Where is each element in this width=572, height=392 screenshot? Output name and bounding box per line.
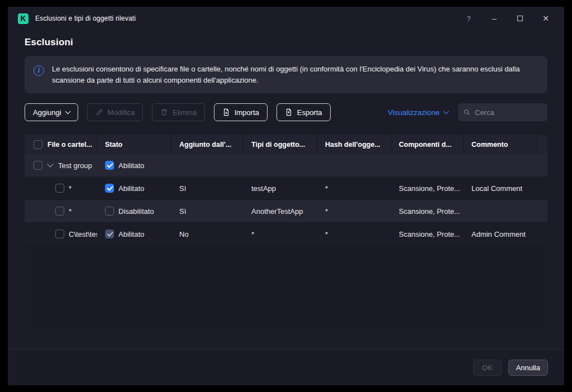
row-checkbox[interactable] bbox=[55, 230, 64, 238]
empty-cell bbox=[537, 154, 547, 176]
file-cell: C\test\tes... bbox=[25, 223, 97, 245]
added-by-cell: No bbox=[171, 223, 244, 245]
maximize-icon bbox=[517, 16, 523, 21]
info-banner: i Le esclusioni consentono di specificar… bbox=[25, 56, 547, 93]
cell-value: * bbox=[325, 230, 328, 238]
column-header-hash[interactable]: Hash dell'ogge... bbox=[317, 135, 391, 154]
window-title: Esclusioni e tipi di oggetti rilevati bbox=[35, 15, 136, 22]
minimize-button[interactable]: – bbox=[482, 9, 507, 27]
column-header-file[interactable]: File o cartel... bbox=[25, 135, 97, 154]
file-cell: * bbox=[25, 200, 97, 222]
view-dropdown[interactable]: Visualizzazione bbox=[388, 108, 448, 117]
export-icon bbox=[285, 108, 293, 116]
select-all-checkbox[interactable] bbox=[34, 140, 42, 149]
status-cell: Disabilitato bbox=[97, 200, 171, 222]
add-button[interactable]: Aggiungi bbox=[25, 103, 78, 121]
table-header: File o cartel... Stato Aggiunto dall'...… bbox=[25, 135, 547, 154]
import-button-label: Importa bbox=[235, 108, 259, 117]
cell-value: No bbox=[179, 230, 189, 238]
cell-value: testApp bbox=[251, 184, 276, 193]
status-cell: Abilitato bbox=[97, 154, 171, 176]
components-cell: Scansione, Prote... bbox=[391, 200, 464, 222]
maximize-button[interactable] bbox=[507, 9, 533, 27]
export-button-label: Esporta bbox=[297, 108, 322, 117]
column-header-label: Hash dell'ogge... bbox=[325, 141, 380, 149]
status-cell: Abilitato bbox=[97, 177, 171, 199]
empty-cell bbox=[537, 200, 547, 222]
object-type-cell: AnotherTestApp bbox=[244, 200, 317, 222]
column-header-status[interactable]: Stato bbox=[97, 135, 171, 154]
file-name: * bbox=[69, 207, 72, 216]
row-checkbox[interactable] bbox=[34, 161, 42, 170]
comment-cell bbox=[464, 200, 537, 222]
cell-value: Scansione, Prote... bbox=[399, 230, 460, 238]
status-checkbox[interactable] bbox=[105, 207, 114, 216]
table-row[interactable]: C\test\tes... Abilitato No * * Scansione… bbox=[25, 223, 547, 246]
table-row[interactable]: * Disabilitato Sì AnotherTestApp * Scans… bbox=[25, 200, 547, 223]
column-header-components[interactable]: Componenti d... bbox=[391, 135, 464, 154]
column-header-label: Stato bbox=[105, 141, 122, 149]
status-checkbox[interactable] bbox=[105, 230, 114, 238]
status-label: Abilitato bbox=[118, 161, 144, 170]
components-cell: Scansione, Prote... bbox=[391, 177, 464, 199]
status-checkbox[interactable] bbox=[105, 161, 114, 170]
column-header-added-by[interactable]: Aggiunto dall'... bbox=[171, 135, 244, 154]
import-button[interactable]: Importa bbox=[214, 103, 268, 121]
import-icon bbox=[222, 108, 230, 116]
cell-value: Scansione, Prote... bbox=[399, 207, 460, 216]
object-type-cell: * bbox=[244, 223, 317, 245]
hash-cell: * bbox=[317, 200, 391, 222]
row-checkbox[interactable] bbox=[55, 207, 64, 216]
ok-button[interactable]: OK bbox=[473, 360, 502, 376]
column-header-filler bbox=[537, 135, 547, 154]
file-name: C\test\tes... bbox=[69, 230, 97, 238]
chevron-down-icon bbox=[444, 109, 449, 114]
edit-button[interactable]: Modifica bbox=[87, 103, 143, 121]
pencil-icon bbox=[96, 108, 103, 116]
status-label: Abilitato bbox=[118, 230, 144, 238]
table-row-group[interactable]: Test group Abilitato bbox=[25, 154, 547, 177]
search-input[interactable] bbox=[475, 108, 542, 117]
cell-value: * bbox=[251, 230, 254, 238]
dialog-content: Esclusioni i Le esclusioni consentono di… bbox=[8, 37, 564, 333]
cell-value: Sì bbox=[179, 207, 186, 216]
cell-value: Scansione, Prote... bbox=[399, 184, 460, 193]
file-cell: * bbox=[25, 177, 97, 199]
delete-button-label: Elimina bbox=[173, 108, 197, 117]
trash-icon bbox=[160, 108, 168, 116]
dialog-window: K Esclusioni e tipi di oggetti rilevati … bbox=[8, 7, 564, 385]
info-icon: i bbox=[34, 65, 44, 76]
column-header-label: Componenti d... bbox=[399, 141, 451, 149]
delete-button[interactable]: Elimina bbox=[152, 103, 205, 121]
status-cell: Abilitato bbox=[97, 223, 171, 245]
components-cell: Scansione, Prote... bbox=[391, 223, 464, 245]
empty-cell bbox=[464, 154, 537, 176]
column-header-object-type[interactable]: Tipi di oggetto... bbox=[244, 135, 317, 154]
column-header-label: Tipi di oggetto... bbox=[251, 141, 305, 149]
column-header-label: Aggiunto dall'... bbox=[179, 141, 231, 149]
cell-value: Admin Comment bbox=[471, 230, 526, 238]
edit-button-label: Modifica bbox=[108, 108, 135, 117]
add-button-label: Aggiungi bbox=[33, 108, 61, 117]
group-name-cell: Test group bbox=[25, 154, 97, 176]
cell-value: * bbox=[325, 184, 328, 193]
chevron-down-icon bbox=[65, 108, 70, 114]
cell-value: AnotherTestApp bbox=[251, 207, 303, 216]
table-row[interactable]: * Abilitato Sì testApp * Scansione, Prot… bbox=[25, 177, 547, 200]
export-button[interactable]: Esporta bbox=[277, 103, 331, 121]
file-name: * bbox=[69, 184, 72, 193]
search-box bbox=[458, 103, 547, 121]
row-checkbox[interactable] bbox=[55, 184, 64, 193]
column-header-comment[interactable]: Commento bbox=[464, 135, 537, 154]
help-button[interactable]: ? bbox=[456, 9, 482, 27]
status-checkbox[interactable] bbox=[105, 184, 114, 193]
column-header-label: Commento bbox=[471, 141, 508, 149]
empty-cell bbox=[171, 154, 244, 176]
added-by-cell: Sì bbox=[171, 200, 244, 222]
close-button[interactable]: ✕ bbox=[533, 9, 559, 27]
toolbar: Aggiungi Modifica Elimina Importa Esport… bbox=[25, 103, 547, 121]
dialog-footer: OK Annulla bbox=[8, 349, 564, 385]
column-header-label: File o cartel... bbox=[47, 141, 92, 149]
cancel-button[interactable]: Annulla bbox=[508, 360, 548, 376]
chevron-down-icon[interactable] bbox=[47, 161, 53, 167]
